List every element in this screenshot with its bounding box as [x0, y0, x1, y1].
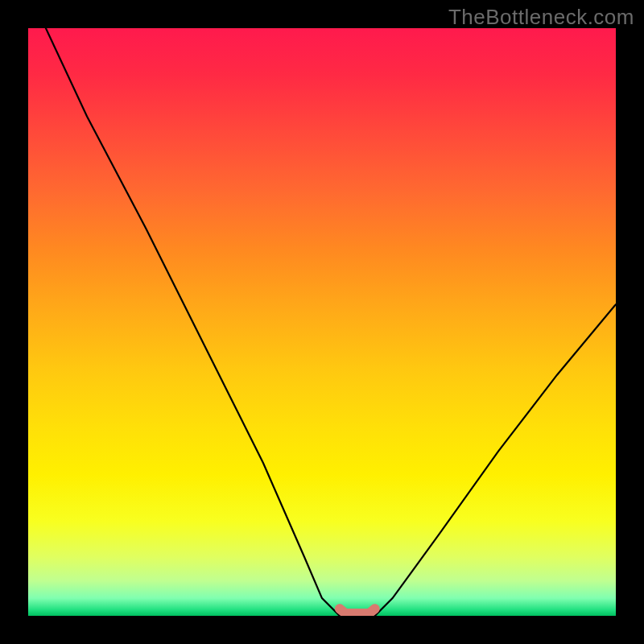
bottleneck-curve-svg [28, 28, 616, 616]
bottleneck-curve-line [46, 28, 616, 616]
chart-frame: TheBottleneck.com [0, 0, 644, 644]
watermark-text: TheBottleneck.com [448, 5, 634, 30]
plot-area [28, 28, 616, 616]
optimal-range-marker [340, 609, 375, 613]
